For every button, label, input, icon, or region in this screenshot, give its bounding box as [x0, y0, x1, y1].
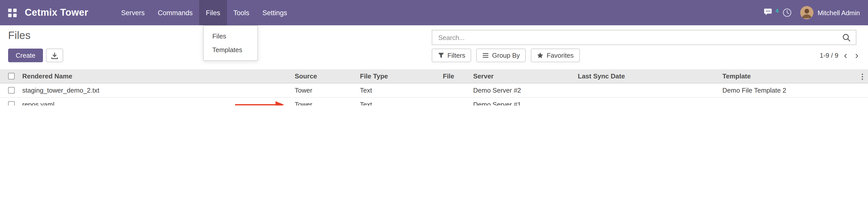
- user-name: Mitchell Admin: [817, 9, 860, 17]
- menu-item-servers[interactable]: Servers: [115, 0, 151, 25]
- cell-source: Tower: [295, 101, 360, 106]
- pager-previous-button[interactable]: ‹: [841, 51, 850, 60]
- row-checkbox[interactable]: [8, 87, 15, 94]
- row-checkbox-cell: [0, 101, 22, 106]
- files-dropdown-menu: Files Templates: [203, 25, 258, 61]
- cell-server: Demo Server #1: [473, 101, 578, 106]
- row-checkbox-cell: [0, 87, 22, 94]
- column-header-file-type[interactable]: File Type: [360, 72, 443, 80]
- files-list-view: Rendered Name Source File Type File Serv…: [0, 69, 868, 106]
- control-panel: Files Create Filter: [0, 25, 868, 69]
- dropdown-item-templates[interactable]: Templates: [204, 43, 257, 57]
- column-header-rendered-name[interactable]: Rendered Name: [22, 72, 295, 80]
- group-by-label: Group By: [492, 52, 520, 59]
- search-bar: [432, 30, 856, 45]
- export-download-button[interactable]: [46, 49, 63, 62]
- app-window: Cetmix Tower Servers Commands Files Tool…: [0, 0, 868, 106]
- activities-button[interactable]: [782, 8, 792, 17]
- table-body: staging_tower_demo_2.txt Tower Text Demo…: [0, 84, 868, 106]
- optional-columns-toggle[interactable]: ⋮: [857, 72, 868, 80]
- column-header-server[interactable]: Server: [473, 72, 578, 80]
- messages-button[interactable]: 4: [764, 8, 774, 17]
- page-title: Files: [8, 29, 31, 41]
- menu-item-commands[interactable]: Commands: [151, 0, 199, 25]
- cell-file-type: Text: [360, 101, 443, 106]
- cell-source: Tower: [295, 87, 360, 94]
- filters-button[interactable]: Filters: [432, 49, 471, 62]
- app-brand[interactable]: Cetmix Tower: [25, 7, 88, 18]
- chat-bubbles-icon: [764, 8, 774, 17]
- pager-next-button[interactable]: ›: [852, 51, 861, 60]
- cell-template: Demo File Template 2: [722, 87, 857, 94]
- dropdown-item-files[interactable]: Files: [204, 29, 257, 43]
- column-header-source[interactable]: Source: [295, 72, 360, 80]
- cell-server: Demo Server #2: [473, 87, 578, 94]
- column-header-file[interactable]: File: [443, 72, 473, 80]
- apps-grid-icon[interactable]: [8, 8, 17, 17]
- menu-item-settings[interactable]: Settings: [256, 0, 294, 25]
- menu-item-files[interactable]: Files: [199, 0, 227, 25]
- menu-item-tools[interactable]: Tools: [227, 0, 256, 25]
- download-icon: [51, 52, 58, 59]
- filter-funnel-icon: [438, 52, 444, 59]
- cell-rendered-name: repos.yaml: [22, 101, 295, 106]
- table-header: Rendered Name Source File Type File Serv…: [0, 69, 868, 84]
- group-by-icon: [483, 52, 489, 59]
- favorites-star-icon: [537, 52, 544, 59]
- messages-count-badge: 4: [775, 8, 778, 14]
- top-navbar: Cetmix Tower Servers Commands Files Tool…: [0, 0, 868, 25]
- user-menu[interactable]: Mitchell Admin: [800, 6, 860, 19]
- search-input[interactable]: [437, 33, 842, 42]
- row-checkbox[interactable]: [8, 101, 15, 106]
- clock-icon: [782, 8, 792, 17]
- search-icon[interactable]: [842, 33, 851, 42]
- group-by-button[interactable]: Group By: [476, 49, 526, 62]
- create-button[interactable]: Create: [8, 49, 43, 62]
- pager-range: 1-9 / 9: [820, 52, 838, 59]
- table-row[interactable]: repos.yaml Tower Text Demo Server #1: [0, 98, 868, 106]
- column-header-template[interactable]: Template: [722, 72, 857, 80]
- avatar: [800, 6, 813, 19]
- select-all-checkbox[interactable]: [8, 73, 15, 80]
- cell-file-type: Text: [360, 87, 443, 94]
- table-row[interactable]: staging_tower_demo_2.txt Tower Text Demo…: [0, 84, 868, 98]
- pager: 1-9 / 9 ‹ ›: [820, 49, 861, 62]
- column-header-last-sync-date[interactable]: Last Sync Date: [578, 72, 722, 80]
- select-all-cell: [0, 73, 22, 80]
- favorites-label: Favorites: [547, 52, 574, 59]
- main-menu: Servers Commands Files Tools Settings: [115, 0, 294, 25]
- filters-label: Filters: [447, 52, 465, 59]
- cell-rendered-name: staging_tower_demo_2.txt: [22, 87, 295, 94]
- favorites-button[interactable]: Favorites: [531, 49, 580, 62]
